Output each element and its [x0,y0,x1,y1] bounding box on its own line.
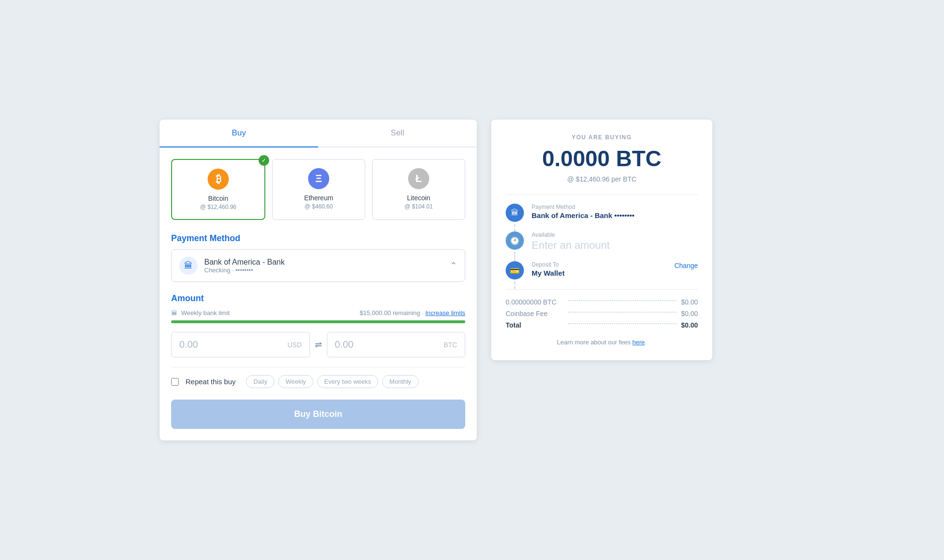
fee-coinbase-label: Coinbase Fee [506,310,563,317]
payment-method-selector[interactable]: 🏛 Bank of America - Bank Checking · ••••… [171,249,465,282]
summary-available-label: Available [532,231,610,238]
amount-section-label: Amount [171,293,465,304]
fee-total-value: $0.00 [681,321,698,329]
btc-name: Bitcoin [180,195,257,202]
limit-left: 🏛 Weekly bank limit [171,309,230,317]
bank-sub: Checking · •••••••• [204,267,450,274]
summary-bank-icon: 🏛 [506,204,524,222]
fees-link[interactable]: here [633,339,645,346]
crypto-card-eth[interactable]: Ξ Ethereum @ $460.60 [272,159,365,220]
bank-icon: 🏛 [179,256,198,275]
limit-right: $15,000.00 remaining · Increase limits [360,309,465,317]
fee-dots-2 [568,312,676,313]
limit-label: Weekly bank limit [181,309,230,317]
repeat-row: Repeat this buy Daily Weekly Every two w… [171,375,465,388]
buy-bitcoin-button[interactable]: Buy Bitcoin [171,400,465,429]
bank-name: Bank of America - Bank [204,258,450,267]
fee-dots-1 [568,300,676,301]
crypto-cards: ✓ ₿ Bitcoin @ $12,460.96 Ξ Ethereum @ $4… [171,159,465,220]
payment-section-label: Payment Method [171,233,465,243]
bank-limit-icon: 🏛 [171,309,177,317]
fee-coinbase-value: $0.00 [681,310,698,317]
tab-sell[interactable]: Sell [318,120,477,146]
repeat-every-two-weeks[interactable]: Every two weeks [317,375,379,388]
right-divider-1 [506,195,698,195]
selected-check-icon: ✓ [259,155,269,166]
ltc-name: Litecoin [380,194,457,202]
summary-available-row: 🕐 Available Enter an amount [506,231,698,252]
summary-payment-value: Bank of America - Bank •••••••• [532,211,634,219]
summary-available-placeholder: Enter an amount [532,239,610,252]
repeat-checkbox[interactable] [171,378,179,386]
repeat-monthly[interactable]: Monthly [382,375,419,388]
progress-bar-bg [171,320,465,323]
payment-info: Bank of America - Bank Checking · ••••••… [204,258,450,274]
summary-deposit-value: My Wallet [532,269,565,277]
summary-wallet-icon: 💳 [506,261,524,280]
main-container: Buy Sell ✓ ₿ Bitcoin @ $12,460.96 Ξ Ethe… [160,120,784,440]
limit-row: 🏛 Weekly bank limit $15,000.00 remaining… [171,309,465,317]
repeat-daily[interactable]: Daily [246,375,274,388]
btc-display-rate: @ $12,460.96 per BTC [506,175,698,183]
swap-icon[interactable]: ⇌ [315,340,322,350]
fee-row-total: Total $0.00 [506,321,698,329]
btc-display-amount: 0.0000 BTC [506,146,698,171]
increase-limits-link[interactable]: Increase limits [425,309,465,317]
fee-section: 0.00000000 BTC $0.00 Coinbase Fee $0.00 … [506,298,698,329]
summary-payment-content: Payment Method Bank of America - Bank ••… [532,204,634,219]
learn-more: Learn more about our fees here. [506,339,698,346]
right-divider-2 [506,289,698,290]
fee-row-btc: 0.00000000 BTC $0.00 [506,298,698,306]
right-panel: YOU ARE BUYING 0.0000 BTC @ $12,460.96 p… [491,120,712,360]
amount-section: 🏛 Weekly bank limit $15,000.00 remaining… [171,309,465,357]
ltc-icon: Ł [408,168,429,189]
summary-deposit-row: 💳 Deposit To My Wallet Change [506,261,698,280]
chevron-icon: ⌃ [450,260,457,271]
summary-deposit-label: Deposit To [532,261,565,268]
eth-price: @ $460.60 [280,203,357,210]
crypto-card-btc[interactable]: ✓ ₿ Bitcoin @ $12,460.96 [171,159,265,220]
divider-1 [171,367,465,367]
left-panel: Buy Sell ✓ ₿ Bitcoin @ $12,460.96 Ξ Ethe… [160,120,477,440]
summary-deposit-right: Change [674,261,698,270]
tabs: Buy Sell [160,120,477,147]
tab-buy[interactable]: Buy [160,120,318,147]
fee-total-label: Total [506,321,563,329]
summary-payment-row: 🏛 Payment Method Bank of America - Bank … [506,204,698,222]
btc-field-value: 0.00 [335,339,354,350]
progress-bar-fill [171,320,465,323]
fee-btc-value: $0.00 [681,298,698,306]
fee-dots-3 [568,323,676,324]
usd-amount-field[interactable]: 0.00 USD [171,332,310,357]
btc-amount-field[interactable]: 0.00 BTC [327,332,466,357]
limit-remaining: $15,000.00 remaining [360,309,420,317]
repeat-label: Repeat this buy [186,377,236,386]
repeat-options: Daily Weekly Every two weeks Monthly [246,375,418,388]
fee-row-coinbase: Coinbase Fee $0.00 [506,310,698,317]
summary-deposit-content: Deposit To My Wallet [532,261,565,277]
panel-body: ✓ ₿ Bitcoin @ $12,460.96 Ξ Ethereum @ $4… [160,147,477,440]
crypto-card-ltc[interactable]: Ł Litecoin @ $104.01 [372,159,465,220]
amount-inputs: 0.00 USD ⇌ 0.00 BTC [171,332,465,357]
ltc-price: @ $104.01 [380,203,457,210]
you-buying-label: YOU ARE BUYING [506,134,698,141]
fee-btc-label: 0.00000000 BTC [506,298,563,306]
repeat-weekly[interactable]: Weekly [278,375,313,388]
eth-icon: Ξ [308,168,329,189]
eth-name: Ethereum [280,194,357,202]
btc-price: @ $12,460.96 [180,204,257,210]
summary-payment-label: Payment Method [532,204,634,210]
change-deposit-link[interactable]: Change [674,262,698,269]
summary-clock-icon: 🕐 [506,231,524,250]
usd-currency: USD [287,341,302,349]
usd-value: 0.00 [179,339,198,350]
btc-field-currency: BTC [444,341,457,349]
btc-icon: ₿ [208,169,229,190]
summary-available-content: Available Enter an amount [532,231,610,252]
limit-separator: · [422,309,425,317]
